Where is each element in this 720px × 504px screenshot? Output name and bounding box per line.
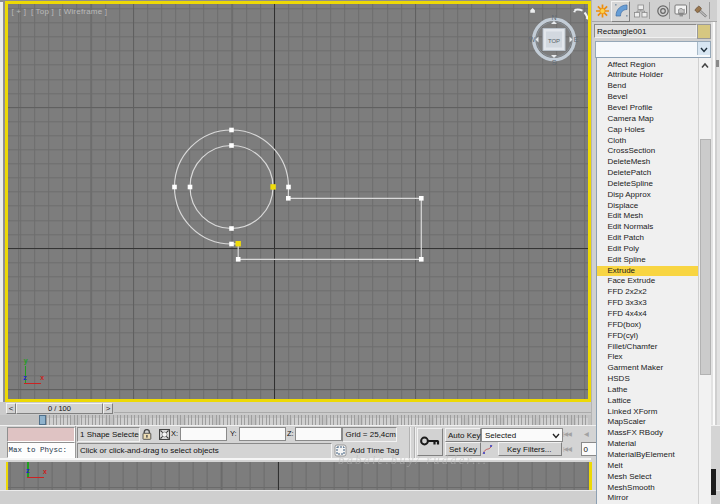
svg-text:S: S (552, 59, 557, 66)
svg-text:N: N (551, 14, 556, 21)
svg-text:W: W (529, 36, 536, 43)
svg-text:E: E (574, 36, 579, 43)
svg-text:TOP: TOP (548, 38, 560, 44)
